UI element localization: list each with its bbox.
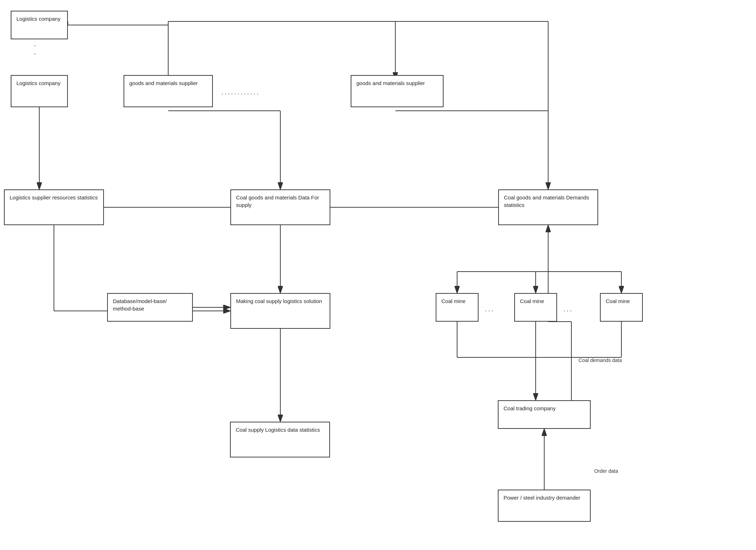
power-steel-box: Power / steel industry demander [498, 490, 591, 522]
coal-mine-2-box: Coal mine [514, 293, 557, 322]
coal-supply-logistics-box: Coal supply Logistics data statistics [230, 422, 330, 457]
making-coal-label: Making coal supply logistics solution [236, 298, 322, 304]
coal-data-supply-box: Coal goods and materials Data For supply [230, 189, 330, 225]
logistics-resources-box: Logistics supplier resources statistics [4, 189, 104, 225]
coal-mine-3-box: Coal mine [600, 293, 643, 322]
logistics-company-2-label: Logistics company [16, 80, 60, 86]
logistics-company-1-label: Logistics company [16, 16, 60, 22]
goods-supplier-2-label: goods and materials supplier [356, 80, 425, 86]
coal-mine-2-label: Coal mine [520, 298, 544, 304]
goods-supplier-2-box: goods and materials supplier [351, 75, 444, 107]
coal-supply-logistics-label: Coal supply Logistics data statistics [236, 427, 320, 433]
power-steel-label: Power / steel industry demander [504, 495, 580, 501]
logistics-company-2-box: Logistics company [11, 75, 68, 107]
coal-mine-1-label: Coal mine [441, 298, 466, 304]
goods-supplier-1-label: goods and materials supplier [129, 80, 198, 86]
making-coal-box: Making coal supply logistics solution [230, 293, 330, 329]
logistics-resources-label: Logistics supplier resources statistics [10, 194, 98, 200]
database-label: Database/model-base/ method-base [113, 298, 167, 312]
logistics-company-1-box: Logistics company [11, 11, 68, 39]
coal-data-supply-label: Coal goods and materials Data For supply [236, 194, 319, 208]
coal-demands-label: Coal goods and materials Demands statist… [504, 194, 589, 208]
database-box: Database/model-base/ method-base [107, 293, 193, 322]
order-data-label: Order data [594, 468, 618, 474]
goods-supplier-1-box: goods and materials supplier [124, 75, 213, 107]
coal-trading-label: Coal trading company [504, 405, 556, 411]
coal-mine-1-box: Coal mine [436, 293, 479, 322]
dots-between-suppliers: ............ [221, 89, 260, 96]
dots-vertical-1: ·· [34, 41, 37, 58]
dots-between-mines-1: ... [485, 306, 495, 313]
diagram-container: Logistics company ·· Logistics company g… [0, 0, 756, 550]
coal-trading-box: Coal trading company [498, 400, 591, 429]
coal-demands-data-label: Coal demands data [579, 357, 622, 363]
coal-mine-3-label: Coal mine [606, 298, 630, 304]
coal-demands-box: Coal goods and materials Demands statist… [498, 189, 598, 225]
dots-between-mines-2: ... [564, 306, 573, 313]
